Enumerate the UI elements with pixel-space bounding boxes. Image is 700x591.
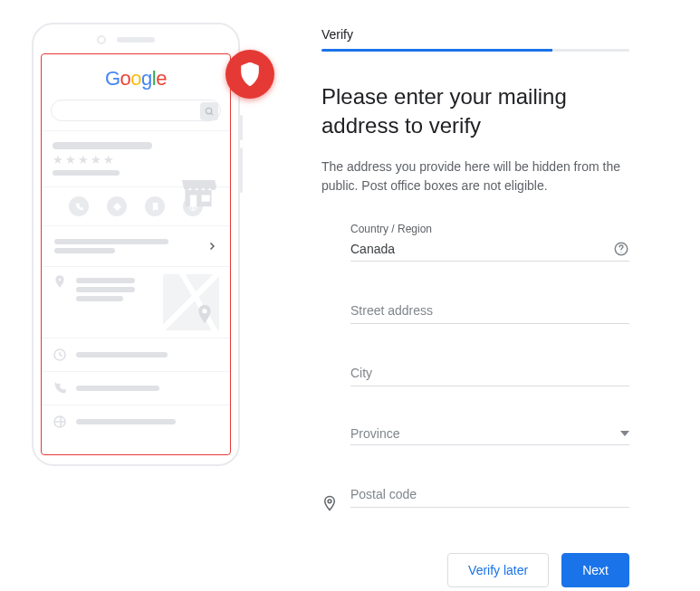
city-input[interactable] xyxy=(350,360,629,386)
svg-point-12 xyxy=(620,252,621,253)
clock-icon xyxy=(53,348,67,362)
country-field[interactable]: Canada xyxy=(350,237,629,262)
svg-point-9 xyxy=(249,77,251,79)
page-subtext: The address you provide here will be hid… xyxy=(321,157,629,195)
postal-code-input[interactable] xyxy=(350,481,629,508)
verify-later-button[interactable]: Verify later xyxy=(447,553,549,587)
svg-point-0 xyxy=(206,108,211,113)
next-button[interactable]: Next xyxy=(561,553,629,587)
map-thumbnail-illustration xyxy=(163,274,219,330)
chevron-down-icon xyxy=(620,431,629,436)
location-pin-icon xyxy=(321,495,338,511)
call-icon xyxy=(53,381,67,396)
country-label: Country / Region xyxy=(350,223,629,235)
phone-icon xyxy=(69,196,89,216)
svg-point-10 xyxy=(328,500,331,503)
verify-phone-illustration: Google ★★★★★ xyxy=(32,23,267,587)
progress-bar xyxy=(321,49,629,52)
province-placeholder: Province xyxy=(350,426,399,441)
svg-rect-3 xyxy=(190,195,197,206)
country-value: Canada xyxy=(350,242,395,256)
search-icon xyxy=(200,102,218,120)
province-select[interactable]: Province xyxy=(350,423,629,445)
search-bar-illustration xyxy=(51,100,221,121)
page-heading: Please enter your mailing address to ver… xyxy=(321,82,629,141)
globe-icon xyxy=(53,415,67,429)
svg-line-1 xyxy=(210,112,212,114)
location-pin-icon xyxy=(53,274,67,289)
help-icon[interactable] xyxy=(613,241,629,257)
storefront-icon xyxy=(177,172,219,208)
save-icon xyxy=(145,196,165,216)
street-address-input[interactable] xyxy=(350,298,629,324)
directions-icon xyxy=(107,196,127,216)
google-logo: Google xyxy=(42,54,230,100)
rating-stars-illustration: ★★★★★ xyxy=(53,153,219,167)
svg-rect-4 xyxy=(202,195,210,201)
chevron-right-icon xyxy=(206,241,217,252)
alert-shield-badge xyxy=(225,50,274,99)
step-tab-label: Verify xyxy=(321,27,629,49)
